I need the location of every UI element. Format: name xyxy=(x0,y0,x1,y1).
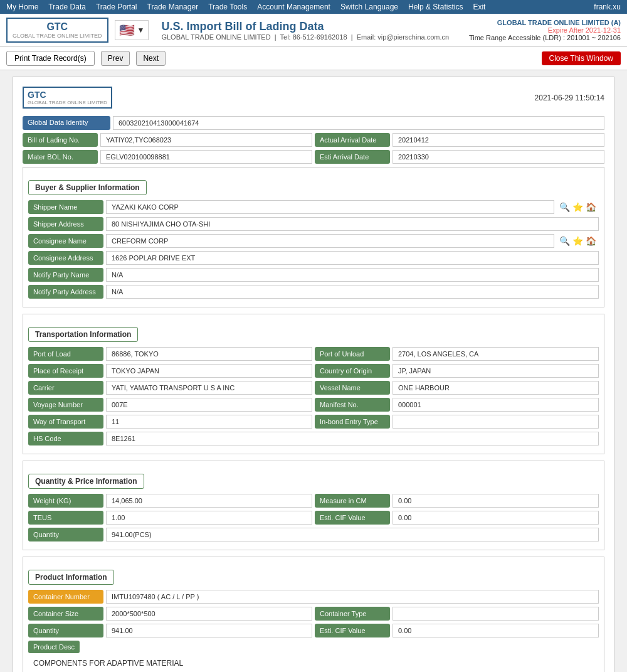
buyer-supplier-header: Buyer & Supplier Information xyxy=(28,180,147,195)
container-type-value xyxy=(393,607,599,621)
expire-date: Expire After 2021-12-31 xyxy=(469,26,621,34)
quantity-value: 941.00(PCS) xyxy=(106,528,599,541)
notify-party-name-value: N/A xyxy=(106,268,599,282)
actual-arrival-value: 20210412 xyxy=(393,133,604,147)
quantity-price-header: Quantity & Price Information xyxy=(28,474,144,489)
receipt-origin-row: Place of Receipt TOKYO JAPAN Country of … xyxy=(28,364,599,378)
port-unload-value: 2704, LOS ANGELES, CA xyxy=(393,347,599,361)
mater-bol-label: Mater BOL No. xyxy=(23,150,98,164)
record-logo-box: GTC GLOBAL TRADE ONLINE LIMITED xyxy=(23,87,112,109)
product-qty-value: 941.00 xyxy=(106,624,312,637)
container-size-value: 2000*500*500 xyxy=(106,607,312,621)
consignee-name-value: CREFORM CORP xyxy=(106,234,554,248)
teus-label: TEUS xyxy=(28,511,103,525)
flag-selector[interactable]: 🇺🇸 ▼ xyxy=(115,20,149,40)
shipper-name-label: Shipper Name xyxy=(28,200,103,214)
bol-label: Bill of Lading No. xyxy=(23,133,98,147)
prev-button[interactable]: Prev xyxy=(101,51,130,66)
place-receipt-label: Place of Receipt xyxy=(28,364,103,378)
esti-arrival-col: Esti Arrival Date 20210330 xyxy=(315,150,604,164)
nav-help-statistics[interactable]: Help & Statistics xyxy=(408,3,463,11)
quantity-price-section: Quantity & Price Information Weight (KG)… xyxy=(23,461,604,550)
manifest-value: 000001 xyxy=(393,398,599,412)
print-button[interactable]: Print Trade Record(s) xyxy=(6,51,95,66)
container-number-value: IMTU1097480 ( AC / L / PP ) xyxy=(106,590,599,604)
vessel-label: Vessel Name xyxy=(315,381,390,395)
consignee-icons: 🔍 ⭐ 🏠 xyxy=(557,234,599,248)
next-button[interactable]: Next xyxy=(136,51,166,66)
mater-bol-value: EGLV020100098881 xyxy=(100,150,312,164)
vessel-col: Vessel Name ONE HARBOUR xyxy=(315,381,599,395)
home-icon[interactable]: 🏠 xyxy=(586,202,596,212)
search-icon[interactable]: 🔍 xyxy=(559,236,570,246)
notify-party-address-label: Notify Party Address xyxy=(28,285,103,299)
notify-party-name-row: Notify Party Name N/A xyxy=(28,268,599,282)
place-receipt-value: TOKYO JAPAN xyxy=(106,364,312,378)
nav-account-management[interactable]: Account Management xyxy=(257,3,330,11)
logo-subtext: GLOBAL TRADE ONLINE LIMITED xyxy=(13,33,102,39)
weight-col: Weight (KG) 14,065.00 xyxy=(28,494,312,508)
esti-cif-label: Esti. CIF Value xyxy=(315,511,390,525)
carrier-value: YATI, YAMATO TRANSPORT U S A INC xyxy=(106,381,312,395)
weight-measure-row: Weight (KG) 14,065.00 Measure in CM 0.00 xyxy=(28,494,599,508)
inbond-label: In-bond Entry Type xyxy=(315,415,390,429)
record-card: GTC GLOBAL TRADE ONLINE LIMITED 2021-06-… xyxy=(13,77,614,672)
esti-arrival-value: 20210330 xyxy=(393,150,604,164)
notify-party-name-label: Notify Party Name xyxy=(28,268,103,282)
nav-trade-portal[interactable]: Trade Portal xyxy=(96,3,137,11)
nav-switch-language[interactable]: Switch Language xyxy=(340,3,398,11)
container-number-row: Container Number IMTU1097480 ( AC / L / … xyxy=(28,590,599,604)
measure-col: Measure in CM 0.00 xyxy=(315,494,599,508)
nav-my-home[interactable]: My Home xyxy=(6,3,38,11)
consignee-address-label: Consignee Address xyxy=(28,251,103,265)
carrier-col: Carrier YATI, YAMATO TRANSPORT U S A INC xyxy=(28,381,312,395)
global-data-identity-row: Global Data Identity 6003202104130000416… xyxy=(23,116,604,130)
shipper-address-row: Shipper Address 80 NISHIYAJIMA CHO OTA-S… xyxy=(28,217,599,231)
consignee-address-row: Consignee Address 1626 POPLAR DRIVE EXT xyxy=(28,251,599,265)
record-logo: GTC GLOBAL TRADE ONLINE LIMITED xyxy=(23,87,112,109)
consignee-name-label: Consignee Name xyxy=(28,234,103,248)
nav-exit[interactable]: Exit xyxy=(473,3,485,11)
nav-trade-data[interactable]: Trade Data xyxy=(48,3,86,11)
carrier-label: Carrier xyxy=(28,381,103,395)
star-icon[interactable]: ⭐ xyxy=(572,236,583,246)
mater-bol-col: Mater BOL No. EGLV020100098881 xyxy=(23,150,312,164)
hs-code-row: HS Code 8E1261 xyxy=(28,432,599,445)
voyage-label: Voyage Number xyxy=(28,398,103,412)
product-desc-label-row: Product Desc xyxy=(28,641,599,653)
close-window-button[interactable]: Close This Window xyxy=(542,51,621,65)
record-timestamp: 2021-06-29 11:50:14 xyxy=(535,93,604,102)
page-title: U.S. Import Bill of Lading Data xyxy=(161,20,463,33)
search-icon[interactable]: 🔍 xyxy=(559,202,570,212)
container-type-label: Container Type xyxy=(315,607,390,621)
quantity-label: Quantity xyxy=(28,528,103,541)
nav-trade-manager[interactable]: Trade Manager xyxy=(147,3,199,11)
product-desc-label: Product Desc xyxy=(28,641,80,653)
global-data-identity-label: Global Data Identity xyxy=(23,116,110,130)
star-icon[interactable]: ⭐ xyxy=(572,202,583,212)
shipper-name-value: YAZAKI KAKO CORP xyxy=(106,200,554,214)
top-navigation: My Home Trade Data Trade Portal Trade Ma… xyxy=(0,0,627,14)
container-number-label: Container Number xyxy=(28,590,103,604)
mater-bol-row: Mater BOL No. EGLV020100098881 Esti Arri… xyxy=(23,150,604,164)
country-origin-value: JP, JAPAN xyxy=(393,364,599,378)
home-icon[interactable]: 🏠 xyxy=(586,236,596,246)
header-subtitle: GLOBAL TRADE ONLINE LIMITED | Tel: 86-51… xyxy=(161,33,463,41)
teus-cif-row: TEUS 1.00 Esti. CIF Value 0.00 xyxy=(28,511,599,525)
bol-row: Bill of Lading No. YATIY02,TYC068023 Act… xyxy=(23,133,604,147)
nav-user: frank.xu xyxy=(594,3,621,11)
dropdown-arrow-icon: ▼ xyxy=(137,26,145,35)
voyage-col: Voyage Number 007E xyxy=(28,398,312,412)
nav-trade-tools[interactable]: Trade Tools xyxy=(208,3,247,11)
product-section: Product Information Container Number IMT… xyxy=(23,557,604,672)
buyer-supplier-section: Buyer & Supplier Information Shipper Nam… xyxy=(23,167,604,307)
vessel-value: ONE HARBOUR xyxy=(393,381,599,395)
product-qty-col: Quantity 941.00 xyxy=(28,624,312,637)
top-toolbar: Print Trade Record(s) Prev Next Close Th… xyxy=(0,47,627,70)
nav-links: My Home Trade Data Trade Portal Trade Ma… xyxy=(6,3,485,11)
port-row: Port of Load 86886, TOKYO Port of Unload… xyxy=(28,347,599,361)
notify-party-address-row: Notify Party Address N/A xyxy=(28,285,599,299)
header-title-area: U.S. Import Bill of Lading Data GLOBAL T… xyxy=(155,20,463,41)
ldr-range: Time Range Accessible (LDR) : 201001 ~ 2… xyxy=(469,34,621,41)
shipper-address-label: Shipper Address xyxy=(28,217,103,231)
